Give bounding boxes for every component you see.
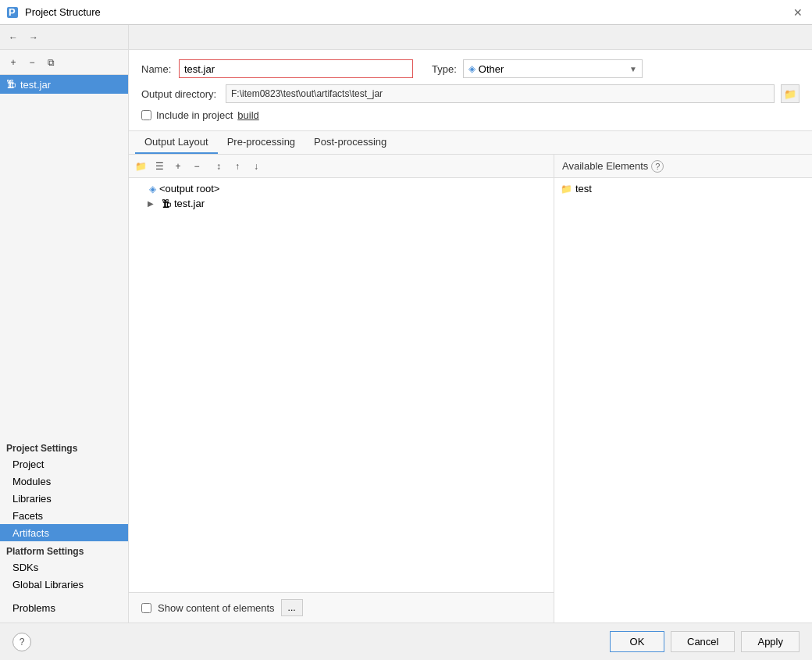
- artifact-header: Name: Type: ◈ Other ▼ Output directory: …: [129, 50, 812, 131]
- bottom-bar: Show content of elements ...: [129, 592, 554, 623]
- output-dir-input[interactable]: [226, 84, 775, 103]
- layout-tree: ◈ <output root> ▶ 🗜 test.jar: [129, 178, 554, 592]
- jar-icon: 🗜: [162, 198, 171, 209]
- available-elements-tree: 📁 test: [554, 178, 812, 623]
- layout-up-button[interactable]: ↑: [229, 158, 246, 175]
- artifact-list-item-label: test.jar: [20, 79, 51, 91]
- sidebar-top-tools: ← →: [0, 25, 129, 49]
- sidebar-item-project[interactable]: Project: [0, 455, 128, 473]
- output-layout-panel: 📁 ☰ + − ↕ ↑ ↓ ◈ <output root>: [129, 155, 554, 623]
- avail-item-label: test: [575, 183, 592, 194]
- tab-output-layout[interactable]: Output Layout: [135, 131, 218, 154]
- include-checkbox[interactable]: [141, 110, 151, 120]
- tree-item-label: <output root>: [159, 183, 219, 194]
- sidebar-item-artifacts[interactable]: Artifacts: [0, 524, 128, 541]
- tabs-row: Output Layout Pre-processing Post-proces…: [129, 131, 812, 155]
- show-content-checkbox[interactable]: [141, 603, 151, 613]
- close-button[interactable]: ✕: [790, 5, 806, 20]
- artifact-list-item[interactable]: 🗜 test.jar: [0, 75, 128, 94]
- project-settings-header: Project Settings: [0, 438, 128, 455]
- type-label: Type:: [432, 63, 457, 75]
- layout-folder-button[interactable]: 📁: [132, 158, 149, 175]
- sidebar-item-label: Project: [12, 458, 44, 470]
- available-elements-header: Available Elements ?: [554, 155, 812, 178]
- back-button[interactable]: ←: [5, 29, 22, 46]
- sidebar-item-sdks[interactable]: SDKs: [0, 558, 128, 576]
- sidebar-item-label: Modules: [12, 476, 51, 487]
- right-panel: Name: Type: ◈ Other ▼ Output directory: …: [129, 50, 812, 623]
- artifact-list: 🗜 test.jar: [0, 75, 128, 438]
- ellipsis-button[interactable]: ...: [281, 599, 303, 616]
- type-select[interactable]: ◈ Other ▼: [463, 59, 643, 78]
- tab-pre-processing[interactable]: Pre-processing: [218, 131, 304, 154]
- platform-settings-header: Platform Settings: [0, 541, 128, 558]
- sidebar-item-global-libraries[interactable]: Global Libraries: [0, 576, 128, 593]
- available-elements-title: Available Elements: [562, 160, 648, 172]
- include-row: Include in project build: [141, 109, 800, 121]
- expand-icon: ▶: [148, 199, 158, 208]
- sidebar-item-facets[interactable]: Facets: [0, 507, 128, 524]
- tree-item-output-root[interactable]: ◈ <output root>: [132, 181, 550, 196]
- output-dir-browse-button[interactable]: 📁: [781, 84, 800, 103]
- sidebar-item-label: Problems: [12, 602, 55, 614]
- name-label: Name:: [141, 63, 173, 75]
- forward-button[interactable]: →: [25, 29, 42, 46]
- layout-sort-button[interactable]: ↕: [210, 158, 227, 175]
- name-input[interactable]: [179, 59, 413, 78]
- folder-browse-icon: 📁: [784, 88, 796, 100]
- jar-icon: 🗜: [6, 79, 16, 90]
- folder-icon: 📁: [561, 184, 572, 194]
- dialog-footer: ? OK Cancel Apply: [0, 623, 812, 660]
- output-dir-label: Output directory:: [141, 88, 219, 100]
- sidebar-item-label: Libraries: [12, 493, 52, 505]
- apply-button[interactable]: Apply: [741, 631, 800, 652]
- avail-item-test[interactable]: 📁 test: [557, 181, 809, 196]
- build-link[interactable]: build: [237, 109, 258, 121]
- sidebar-item-label: Artifacts: [12, 527, 49, 539]
- layout-add-button[interactable]: +: [169, 158, 187, 175]
- sidebar-copy-button[interactable]: ⧉: [42, 54, 59, 71]
- top-toolbar-area: ← →: [0, 25, 812, 50]
- show-content-label: Show content of elements: [158, 602, 275, 614]
- sidebar-item-modules[interactable]: Modules: [0, 473, 128, 490]
- include-label: Include in project: [156, 109, 233, 121]
- main-content: + − ⧉ 🗜 test.jar Project Settings Projec…: [0, 50, 812, 623]
- app-icon: P: [6, 6, 19, 19]
- type-select-diamond-icon: ◈: [468, 63, 475, 74]
- chevron-down-icon: ▼: [629, 65, 637, 73]
- cancel-button[interactable]: Cancel: [671, 631, 735, 652]
- type-select-text: Other: [479, 63, 626, 75]
- sidebar-item-label: Global Libraries: [12, 579, 84, 590]
- tree-item-test-jar[interactable]: ▶ 🗜 test.jar: [132, 196, 550, 211]
- artifact-content: 📁 ☰ + − ↕ ↑ ↓ ◈ <output root>: [129, 155, 812, 623]
- tree-item-label: test.jar: [174, 198, 205, 209]
- output-root-icon: ◈: [149, 184, 156, 194]
- name-row: Name: Type: ◈ Other ▼: [141, 59, 800, 78]
- layout-list-button[interactable]: ☰: [151, 158, 168, 175]
- available-elements-help-button[interactable]: ?: [651, 160, 664, 173]
- svg-text:P: P: [9, 6, 16, 18]
- layout-down-button[interactable]: ↓: [248, 158, 265, 175]
- layout-toolbar: 📁 ☰ + − ↕ ↑ ↓: [129, 155, 554, 178]
- ok-button[interactable]: OK: [610, 631, 664, 652]
- sidebar-item-label: Facets: [12, 510, 43, 522]
- available-elements-panel: Available Elements ? 📁 test: [554, 155, 812, 623]
- output-dir-row: Output directory: 📁: [141, 84, 800, 103]
- sidebar: + − ⧉ 🗜 test.jar Project Settings Projec…: [0, 50, 129, 623]
- sidebar-item-libraries[interactable]: Libraries: [0, 490, 128, 507]
- sidebar-toolbar: + − ⧉: [0, 50, 128, 75]
- title-bar-title: Project Structure: [25, 6, 101, 18]
- layout-remove-button[interactable]: −: [188, 158, 205, 175]
- sidebar-add-button[interactable]: +: [5, 54, 22, 71]
- help-button[interactable]: ?: [12, 633, 31, 651]
- tab-post-processing[interactable]: Post-processing: [304, 131, 396, 154]
- sidebar-item-problems[interactable]: Problems: [0, 599, 128, 616]
- sidebar-remove-button[interactable]: −: [23, 54, 41, 71]
- sidebar-item-label: SDKs: [12, 562, 38, 573]
- title-bar: P Project Structure ✕: [0, 0, 812, 25]
